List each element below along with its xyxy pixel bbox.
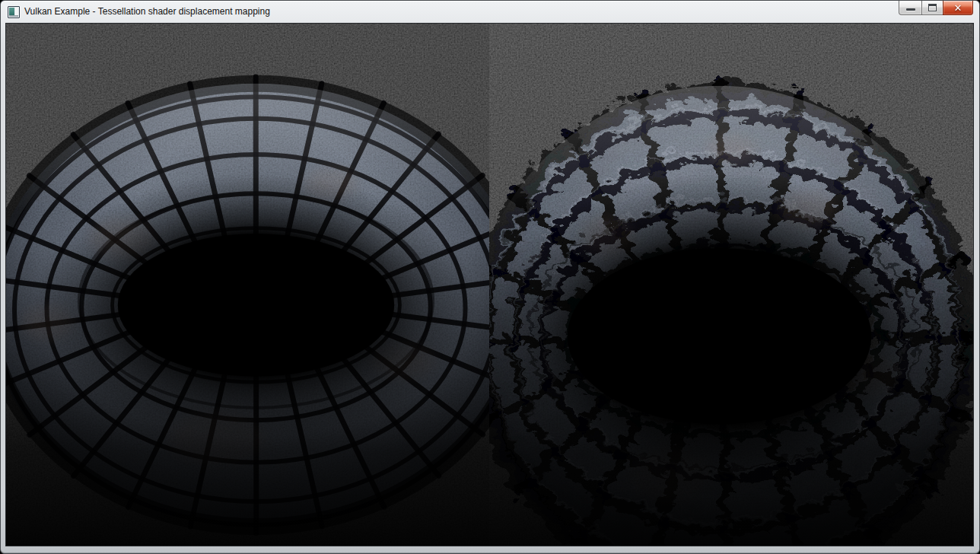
- app-icon-teal-pane: [9, 8, 14, 15]
- app-window: Vulkan Example - Tessellation shader dis…: [0, 0, 980, 554]
- maximize-icon: [928, 4, 937, 11]
- maximize-button[interactable]: [921, 1, 943, 15]
- window-title: Vulkan Example - Tessellation shader dis…: [24, 6, 270, 18]
- close-icon: ✕: [954, 3, 963, 13]
- window-controls: ✕: [899, 1, 973, 16]
- app-icon-base: [9, 15, 18, 17]
- minimize-button[interactable]: [899, 1, 922, 15]
- render-viewport[interactable]: [5, 23, 974, 546]
- torus-no-displacement: [6, 24, 530, 546]
- app-icon-light-pane: [15, 8, 18, 15]
- torus-scene-svg: [6, 24, 973, 546]
- minimize-icon: [906, 8, 915, 11]
- close-button[interactable]: ✕: [943, 1, 973, 15]
- torus-with-displacement: [463, 24, 973, 546]
- title-bar[interactable]: Vulkan Example - Tessellation shader dis…: [1, 1, 979, 23]
- app-icon: [8, 6, 20, 18]
